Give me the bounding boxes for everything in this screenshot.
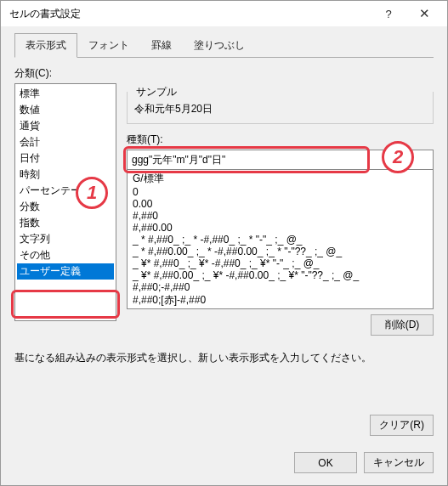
- close-button[interactable]: ✕: [406, 2, 442, 25]
- hint-text: 基になる組み込みの表示形式を選択し、新しい表示形式を入力してください。: [14, 351, 434, 365]
- fmt-item[interactable]: 0: [131, 186, 429, 198]
- category-list[interactable]: 標準 数値 通貨 会計 日付 時刻 パーセンテージ 分数 指数 文字列 その他 …: [14, 83, 116, 321]
- cat-item-standard[interactable]: 標準: [17, 86, 114, 102]
- fmt-item[interactable]: G/標準: [131, 172, 429, 186]
- fmt-item[interactable]: _ * #,##0.00_ ;_ * -#,##0.00_ ;_ * "-"??…: [131, 246, 429, 257]
- tab-font[interactable]: フォント: [77, 33, 140, 58]
- window-title: セルの書式設定: [9, 7, 371, 21]
- fmt-item[interactable]: #,##0;-#,##0: [131, 281, 429, 293]
- cat-item-accounting[interactable]: 会計: [17, 134, 114, 150]
- fmt-item[interactable]: _ ¥* #,##0_ ;_ ¥* -#,##0_ ;_ ¥* "-"_ ;_ …: [131, 257, 429, 269]
- delete-button[interactable]: 削除(D): [371, 314, 434, 336]
- cat-item-fraction[interactable]: 分数: [17, 199, 114, 215]
- format-list[interactable]: G/標準 0 0.00 #,##0 #,##0.00 _ * #,##0_ ;_…: [127, 170, 434, 309]
- cat-item-time[interactable]: 時刻: [17, 167, 114, 183]
- dialog-window: セルの書式設定 ? ✕ 表示形式 フォント 罫線 塗りつぶし 分類(C): 標準…: [0, 0, 448, 486]
- cat-item-percent[interactable]: パーセンテージ: [17, 183, 114, 199]
- cat-item-exponent[interactable]: 指数: [17, 215, 114, 231]
- cat-item-text[interactable]: 文字列: [17, 231, 114, 247]
- fmt-item[interactable]: #,##0;[赤]-#,##0: [131, 293, 429, 308]
- help-button[interactable]: ?: [371, 2, 406, 25]
- fmt-item[interactable]: _ ¥* #,##0.00_ ;_ ¥* -#,##0.00_ ;_ ¥* "-…: [131, 269, 429, 281]
- sample-label: サンプル: [133, 85, 180, 99]
- type-label: 種類(T):: [127, 133, 434, 147]
- cat-item-currency[interactable]: 通貨: [17, 118, 114, 134]
- sample-group: サンプル 令和元年5月20日: [127, 92, 434, 124]
- type-input[interactable]: [127, 150, 434, 170]
- ok-button[interactable]: OK: [294, 452, 357, 473]
- cancel-button[interactable]: キャンセル: [364, 452, 434, 473]
- tab-border[interactable]: 罫線: [140, 33, 183, 58]
- tab-number-format[interactable]: 表示形式: [14, 33, 77, 58]
- tab-fill[interactable]: 塗りつぶし: [183, 33, 256, 58]
- fmt-item[interactable]: 0.00: [131, 198, 429, 210]
- clear-button[interactable]: クリア(R): [370, 415, 434, 436]
- titlebar: セルの書式設定 ? ✕: [1, 1, 447, 26]
- cat-item-number[interactable]: 数値: [17, 102, 114, 118]
- cat-item-user-defined[interactable]: ユーザー定義: [17, 263, 114, 280]
- category-label: 分類(C):: [14, 66, 434, 81]
- cat-item-date[interactable]: 日付: [17, 150, 114, 167]
- fmt-item[interactable]: #,##0.00: [131, 222, 429, 234]
- sample-value: 令和元年5月20日: [134, 103, 213, 115]
- fmt-item[interactable]: _ * #,##0_ ;_ * -#,##0_ ;_ * "-"_ ;_ @_: [131, 234, 429, 246]
- dialog-body: 表示形式 フォント 罫線 塗りつぶし 分類(C): 標準 数値 通貨 会計 日付…: [1, 26, 447, 376]
- fmt-item[interactable]: #,##0: [131, 210, 429, 222]
- tab-bar: 表示形式 フォント 罫線 塗りつぶし: [14, 33, 434, 58]
- cat-item-other[interactable]: その他: [17, 247, 114, 263]
